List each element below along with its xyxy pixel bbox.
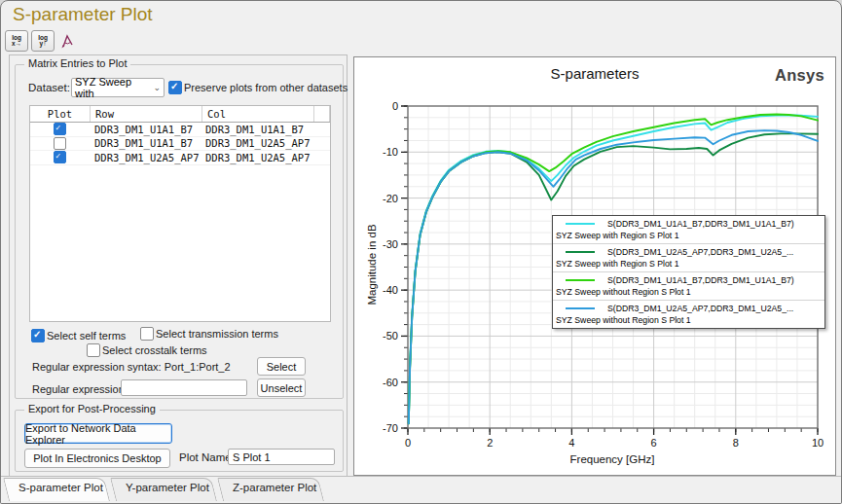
regex-syntax-label: Regular expression syntax: Port_1:Port_2: [32, 361, 231, 373]
export-group-label: Export for Post-Processing: [24, 403, 160, 414]
svg-text:4: 4: [568, 437, 574, 449]
plot-in-electronics-desktop-button[interactable]: Plot In Electronics Desktop: [24, 449, 170, 468]
transmission-terms-checkbox[interactable]: [140, 327, 154, 341]
crosstalk-terms-checkbox[interactable]: [87, 343, 100, 357]
zoom-fit-button[interactable]: [57, 31, 77, 51]
s-parameter-plot-window: S-parameter Plot log x→ log y↑ Matrix En…: [0, 0, 842, 504]
svg-text:8: 8: [733, 437, 739, 449]
x-axis-title: Frequency [GHz]: [570, 453, 655, 465]
select-button[interactable]: Select: [257, 357, 306, 376]
controls-frame: Matrix Entries to Plot Dataset: SYZ Swee…: [9, 54, 348, 477]
legend-line-swatch: [566, 279, 595, 282]
header-col: Col: [202, 106, 314, 122]
self-terms-checkbox[interactable]: [31, 329, 45, 342]
legend-entry: S(DDR3_DM1_U2A5_AP7,DDR3_DM1_U2A5_... SY…: [553, 301, 824, 328]
header-row: Row: [91, 106, 202, 122]
svg-text:2: 2: [487, 437, 493, 449]
plot-legend[interactable]: S(DDR3_DM1_U1A1_B7,DDR3_DM1_U1A1_B7) SYZ…: [552, 215, 825, 329]
svg-text:6: 6: [651, 437, 657, 449]
svg-text:-30: -30: [383, 238, 398, 250]
row-plot-checkbox[interactable]: [54, 151, 66, 163]
chevron-down-icon: ⌄: [149, 83, 161, 92]
svg-text:-50: -50: [383, 330, 398, 342]
tab-s-parameter-plot[interactable]: S-parameter Plot: [9, 478, 110, 501]
svg-text:-40: -40: [383, 284, 398, 296]
export-network-data-explorer-button[interactable]: Export to Network Data Explorer: [24, 423, 172, 444]
table-row[interactable]: DDR3_DM1_U1A1_B7 DDR3_DM1_U1A1_B7: [30, 123, 330, 137]
self-terms-label: Select self terms: [47, 330, 126, 342]
dataset-dropdown[interactable]: SYZ Sweep with ⌄: [71, 78, 165, 97]
svg-text:-10: -10: [383, 146, 398, 158]
crosstalk-terms-label: Select crosstalk terms: [102, 344, 207, 356]
matrix-entries-table[interactable]: Plot Row Col DDR3_DM1_U1A1_B7 DDR3_DM1_U…: [29, 105, 331, 322]
export-group: Export for Post-Processing Export to Net…: [15, 410, 344, 472]
chart-panel: S-parameters Ansys Magnitude in dB 02468…: [353, 56, 836, 476]
ansys-logo: Ansys: [775, 66, 824, 85]
legend-entry: S(DDR3_DM1_U1A1_B7,DDR3_DM1_U1A1_B7) SYZ…: [553, 216, 824, 244]
plot-name-input[interactable]: [228, 449, 335, 465]
legend-line-swatch: [566, 223, 595, 226]
matrix-entries-group-label: Matrix Entries to Plot: [24, 57, 130, 69]
page-title: S-parameter Plot: [13, 4, 153, 25]
svg-text:-60: -60: [383, 377, 398, 388]
svg-text:-20: -20: [383, 193, 398, 204]
regex-input[interactable]: [121, 379, 247, 396]
compass-icon: [59, 33, 76, 50]
header-plot: Plot: [30, 106, 91, 122]
legend-line-swatch: [566, 307, 595, 310]
table-row[interactable]: DDR3_DM1_U2A5_AP7 DDR3_DM1_U2A5_AP7: [30, 151, 330, 165]
svg-text:0: 0: [392, 100, 398, 112]
svg-text:0: 0: [405, 437, 411, 449]
matrix-entries-group: Matrix Entries to Plot Dataset: SYZ Swee…: [15, 64, 344, 399]
unselect-button[interactable]: Unselect: [257, 378, 306, 397]
toolbar: log x→ log y↑: [5, 30, 77, 52]
tab-z-parameter-plot[interactable]: Z-parameter Plot: [223, 478, 324, 501]
svg-text:10: 10: [812, 437, 824, 449]
preserve-plots-label: Preserve plots from other datasets: [184, 82, 348, 93]
table-header: Plot Row Col: [30, 106, 330, 123]
preserve-plots-checkbox[interactable]: [168, 81, 182, 94]
dataset-label: Dataset:: [28, 82, 70, 93]
svg-text:-70: -70: [383, 422, 398, 434]
tab-bar: S-parameter Plot Y-parameter Plot Z-para…: [1, 476, 841, 504]
tab-y-parameter-plot[interactable]: Y-parameter Plot: [116, 478, 217, 501]
log-x-axis-button[interactable]: log x→: [5, 30, 28, 52]
chart-title: S-parameters: [354, 65, 835, 82]
plot-name-label: Plot Name:: [179, 451, 235, 463]
row-plot-checkbox[interactable]: [54, 123, 66, 135]
row-plot-checkbox[interactable]: [54, 137, 66, 150]
transmission-terms-label: Select transmission terms: [156, 328, 278, 340]
legend-entry: S(DDR3_DM1_U1A1_B7,DDR3_DM1_U1A1_B7) SYZ…: [553, 272, 824, 301]
legend-entry: S(DDR3_DM1_U2A5_AP7,DDR3_DM1_U2A5_... SY…: [553, 244, 824, 272]
regex-label: Regular expression:: [32, 383, 128, 395]
log-y-axis-button[interactable]: log y↑: [31, 30, 55, 52]
table-row[interactable]: DDR3_DM1_U1A1_B7 DDR3_DM1_U2A5_AP7: [30, 137, 330, 152]
legend-line-swatch: [566, 251, 595, 254]
